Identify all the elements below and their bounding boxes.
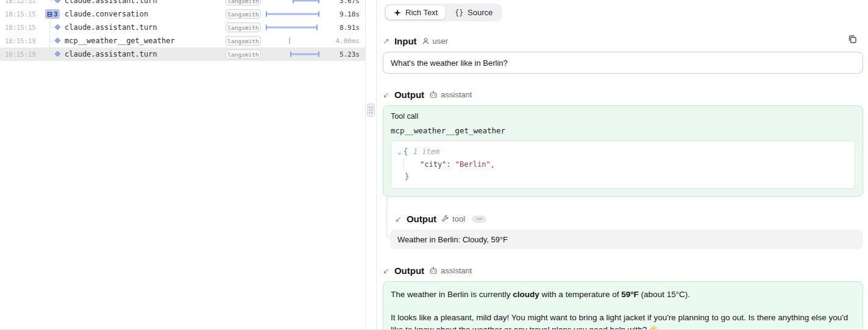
wrench-icon [441, 215, 449, 223]
trace-tree-panel: 18:12:31 claude.assistant.turn langsmith… [0, 0, 366, 329]
tool-result-box[interactable]: Weather in Berlin: Cloudy, 59°F [390, 230, 863, 249]
role-label: tool [452, 214, 465, 223]
input-message-box[interactable]: What's the weather like in Berlin? [383, 52, 863, 74]
role-badge-user: user [422, 37, 448, 46]
tool-output-section: ↙ Output tool Weather in Berlin: Cloudy,… [390, 197, 863, 249]
json-key: "city" [420, 160, 446, 169]
input-section-header: ↗ Input user [383, 36, 863, 46]
panel-splitter[interactable] [366, 0, 377, 329]
role-label: user [433, 37, 448, 46]
row-timestamp: 18:15:19 [5, 37, 37, 44]
rich-text-icon [394, 9, 401, 16]
duration-bar-track [266, 21, 321, 34]
row-timestamp: 18:12:31 [5, 0, 37, 4]
json-open-brace: { [404, 147, 408, 156]
collapsed-content-pill[interactable] [472, 216, 486, 223]
duration-bar-track [266, 47, 321, 61]
tree-connector [37, 34, 65, 47]
row-timestamp: 18:15:15 [5, 24, 37, 31]
output-arrow-icon: ↙ [383, 267, 390, 275]
json-items-hint: 1 item [413, 147, 439, 156]
trace-row-weather-tool[interactable]: 18:15:19 mcp__weather__get_weather langs… [0, 34, 366, 47]
tool-result-text: Weather in Berlin: Cloudy, 59°F [397, 235, 508, 244]
dash-icon [476, 218, 483, 220]
tab-label: Source [468, 8, 493, 17]
trace-row-assistant-turn-2-selected[interactable]: 18:15:19 claude.assistant.turn langsmith… [0, 47, 366, 61]
assistant-paragraph-1: The weather in Berlin is currently cloud… [391, 289, 855, 301]
duration-label: 4.00ms [321, 37, 360, 45]
span-diamond-icon [55, 38, 61, 44]
tree-connector: ⊟3 [37, 7, 65, 21]
chevron-down-icon[interactable]: ⌄ [397, 148, 402, 156]
json-colon: : [446, 160, 450, 169]
copy-button[interactable] [847, 34, 858, 47]
copy-icon [847, 34, 858, 44]
tool-call-card: Tool call mcp__weather__get_weather ⌄{1 … [383, 105, 863, 197]
collapse-icon: ⊟ [47, 11, 52, 18]
row-timestamp: 18:15:15 [5, 10, 37, 18]
json-close-brace: } [405, 170, 848, 183]
trace-viewer: 18:12:31 claude.assistant.turn langsmith… [0, 0, 868, 330]
tool-call-label: Tool call [391, 112, 855, 121]
span-name: claude.assistant.turn [65, 23, 226, 32]
json-children: "city": "Berlin", [404, 158, 848, 170]
tree-connector [37, 21, 65, 34]
duration-bar [293, 0, 319, 4]
output-assistant-header: ↙ Output assistant [383, 90, 863, 100]
role-badge-assistant: assistant [429, 90, 472, 99]
duration-label: 9.18s [321, 10, 360, 18]
tree-connector [37, 0, 65, 4]
span-diamond-icon [55, 0, 61, 3]
trace-row-partial[interactable]: 18:12:31 claude.assistant.turn langsmith… [0, 0, 366, 7]
tool-args-json-viewer: ⌄{1 item "city": "Berlin", } [391, 141, 855, 189]
section-title: Output [394, 265, 424, 276]
section-title: Input [394, 36, 417, 46]
splitter-grip-handle[interactable] [367, 104, 375, 117]
section-title: Output [394, 90, 424, 100]
duration-label: 3.67s [321, 0, 360, 5]
robot-icon [429, 267, 438, 275]
assistant-paragraph-2: It looks like a pleasant, mild day! You … [391, 312, 855, 329]
provider-badge: langsmith [226, 0, 261, 5]
trace-row-assistant-turn-1[interactable]: 18:15:15 claude.assistant.turn langsmith… [0, 21, 366, 34]
source-braces-icon: {} [455, 9, 463, 17]
input-message-text: What's the weather like in Berlin? [391, 58, 508, 68]
json-value: "Berlin", [455, 160, 495, 169]
output-arrow-icon: ↙ [395, 215, 402, 223]
duration-bar-track [266, 0, 321, 4]
output-tool-header: ↙ Output tool [395, 214, 863, 224]
duration-bar-track [266, 34, 321, 47]
provider-badge: langsmith [226, 49, 261, 59]
input-arrow-icon: ↗ [383, 37, 390, 45]
section-title: Output [407, 214, 436, 224]
role-label: assistant [441, 90, 472, 99]
output-final-header: ↙ Output assistant [383, 265, 863, 276]
tab-source[interactable]: {} Source [447, 5, 500, 19]
output-arrow-icon: ↙ [383, 91, 390, 99]
duration-label: 8.91s [321, 24, 360, 32]
role-badge-assistant: assistant [429, 266, 472, 275]
provider-badge: langsmith [226, 36, 261, 46]
robot-icon [429, 91, 438, 99]
tab-rich-text[interactable]: Rich Text [386, 5, 446, 19]
view-mode-tabs: Rich Text {} Source [384, 4, 502, 21]
duration-bar-track [266, 7, 321, 21]
span-name: mcp__weather__get_weather [65, 37, 226, 45]
collapse-count-badge[interactable]: ⊟3 [45, 9, 60, 19]
run-detail-panel: Rich Text {} Source ↗ Input user [377, 0, 868, 329]
grip-dots-icon [369, 107, 373, 114]
duration-bar [290, 52, 319, 57]
row-timestamp: 18:15:19 [5, 51, 37, 58]
span-name: claude.conversation [65, 10, 226, 18]
tab-label: Rich Text [405, 8, 438, 17]
span-name: claude.assistant.turn [65, 0, 226, 5]
duration-label: 5.23s [321, 51, 360, 58]
child-count: 3 [54, 10, 57, 18]
role-badge-tool: tool [441, 214, 465, 223]
tree-connector [37, 47, 65, 61]
provider-badge: langsmith [226, 23, 261, 32]
span-name: claude.assistant.turn [65, 50, 226, 58]
trace-row-conversation[interactable]: 18:15:15 ⊟3 claude.conversation langsmit… [0, 7, 366, 21]
duration-bar [266, 12, 319, 17]
assistant-message-box[interactable]: The weather in Berlin is currently cloud… [383, 281, 863, 329]
